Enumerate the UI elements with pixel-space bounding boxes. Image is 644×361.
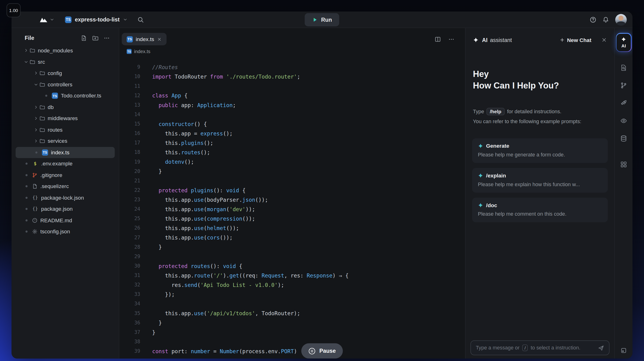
- code-line: 30 protected routes(): void {: [119, 261, 465, 271]
- line-number: 29: [119, 252, 140, 261]
- tree-item-src[interactable]: src: [16, 56, 114, 68]
- tree-item-.gitignore[interactable]: .gitignore: [16, 169, 114, 181]
- tree-item-label: .env.example: [41, 161, 72, 167]
- tree-item-controllers[interactable]: controllers: [16, 79, 114, 90]
- line-number: 9: [119, 63, 140, 72]
- tree-item-services[interactable]: services: [16, 135, 114, 147]
- line-number: 37: [119, 328, 140, 337]
- line-number: 33: [119, 290, 140, 299]
- slash-key-badge: /: [522, 344, 528, 351]
- card-title: /doc: [486, 202, 497, 208]
- close-tab-icon[interactable]: [157, 37, 162, 41]
- breadcrumb[interactable]: TS index.ts: [119, 47, 465, 56]
- line-number: 32: [119, 280, 140, 290]
- prompt-card-doc[interactable]: /docPlease help me comment on this code.: [472, 197, 608, 222]
- tab-index-ts[interactable]: TS index.ts: [122, 33, 166, 45]
- code-lines: 9//Routes10import TodoRouter from './rou…: [119, 56, 465, 356]
- tree-item-middlewares[interactable]: middlewares: [16, 113, 114, 124]
- chevron-right-icon: [34, 71, 38, 76]
- prompt-card-explain[interactable]: /explainPlease help me explain how this …: [472, 168, 608, 193]
- new-file-button[interactable]: [80, 35, 87, 41]
- panel-toggle-button[interactable]: [621, 347, 627, 353]
- code-text: class App {: [140, 91, 188, 101]
- tree-item-tsconfig.json[interactable]: tsconfig.json: [16, 226, 114, 237]
- explorer-more-button[interactable]: [104, 35, 110, 41]
- user-avatar[interactable]: [615, 14, 627, 25]
- tree-item-label: package.json: [41, 206, 72, 212]
- code-text: [140, 252, 152, 261]
- tree-item-index.ts[interactable]: TSindex.ts: [16, 147, 114, 158]
- tree-item-label: middlewares: [48, 115, 78, 122]
- split-editor-button[interactable]: [435, 36, 441, 42]
- question-circle-icon: ?: [32, 218, 38, 223]
- line-number: 14: [119, 110, 140, 119]
- ts-file-icon: TS: [126, 49, 132, 54]
- source-control-tool[interactable]: [620, 82, 627, 89]
- code-line: 19 dotenv();: [119, 157, 465, 167]
- gear-icon: [32, 229, 38, 234]
- greeting-line2: How Can I Help You?: [473, 80, 607, 91]
- ai-tool-button[interactable]: AI: [616, 33, 632, 52]
- document-icon: [32, 184, 38, 189]
- tree-item-routes[interactable]: routes: [16, 124, 114, 135]
- project-name: express-todo-list: [75, 17, 120, 23]
- code-line: 17 this.plugins();: [119, 138, 465, 148]
- tree-item-label: tsconfig.json: [40, 229, 70, 235]
- line-number: 12: [119, 91, 140, 101]
- code-text: dotenv();: [140, 157, 194, 167]
- ai-assistant-panel: AI assistant New Chat Hey How Can I Help…: [465, 28, 614, 359]
- code-text: this.app.use(helmet());: [140, 223, 239, 233]
- code-line: 12class App {: [119, 91, 465, 101]
- file-search-tool[interactable]: [620, 64, 627, 71]
- tree-item-README.md[interactable]: ?README.md: [16, 215, 114, 226]
- code-text: this.app.use(bodyParser.json());: [140, 195, 268, 205]
- deploy-rocket-tool[interactable]: [620, 100, 627, 107]
- code-line: 11: [119, 81, 465, 91]
- close-panel-button[interactable]: [601, 37, 607, 43]
- pause-button[interactable]: Pause: [301, 343, 343, 359]
- tree-item-package.json[interactable]: {}package.json: [16, 203, 114, 215]
- tree-item-.env.example[interactable]: $.env.example: [16, 158, 114, 169]
- send-button[interactable]: [598, 345, 604, 351]
- editor-more-button[interactable]: [448, 36, 454, 42]
- run-button[interactable]: Run: [305, 13, 340, 27]
- notifications-button[interactable]: [602, 16, 609, 23]
- folder-icon: [30, 48, 35, 53]
- prompt-card-Generate[interactable]: GeneratePlease help me generate a form c…: [472, 138, 608, 163]
- file-status-dot: [26, 230, 28, 233]
- line-number: 24: [119, 205, 140, 214]
- tree-item-Todo.controller.ts[interactable]: TSTodo.controller.ts: [16, 90, 114, 102]
- search-button[interactable]: [137, 16, 144, 23]
- ide-window: TS express-todo-list Run File: [12, 12, 632, 359]
- app-logo-button[interactable]: [39, 17, 54, 23]
- ai-tool-label: AI: [621, 43, 626, 48]
- code-line: 38: [119, 337, 465, 346]
- preview-eye-tool[interactable]: [620, 117, 627, 124]
- tree-item-config[interactable]: config: [16, 68, 114, 79]
- tree-item-.sequelizerc[interactable]: .sequelizerc: [16, 181, 114, 192]
- project-switcher[interactable]: TS express-todo-list: [65, 16, 128, 23]
- new-folder-button[interactable]: [92, 35, 98, 41]
- help-suffix: for detailed instructions.: [507, 109, 561, 114]
- database-tool[interactable]: [620, 135, 627, 142]
- line-number: 27: [119, 233, 140, 242]
- line-number: 31: [119, 271, 140, 280]
- extensions-grid-tool[interactable]: [620, 161, 627, 168]
- line-number: 30: [119, 261, 140, 271]
- code-text: }: [140, 243, 162, 252]
- tree-item-label: config: [48, 70, 62, 76]
- tree-item-db[interactable]: db: [16, 102, 114, 113]
- tree-item-node_modules[interactable]: node_modules: [16, 45, 114, 56]
- editor-area[interactable]: TS index.ts TS index.ts 9//Routes10impor…: [119, 28, 465, 359]
- new-chat-button[interactable]: New Chat: [560, 37, 592, 43]
- zoom-overlay: 1.00: [6, 3, 20, 17]
- mountain-logo-icon: [39, 17, 48, 23]
- code-text: this.app.use(compression());: [140, 214, 255, 223]
- tree-item-label: .gitignore: [40, 172, 62, 178]
- assistant-greeting: Hey How Can I Help You?: [473, 69, 607, 92]
- help-button[interactable]: [590, 16, 596, 23]
- line-number: 15: [119, 119, 140, 129]
- tree-item-package-lock.json[interactable]: {}package-lock.json: [16, 192, 114, 203]
- chat-input[interactable]: Type a message or / to select a instruct…: [470, 340, 610, 355]
- tree-item-label: package-lock.json: [41, 195, 84, 201]
